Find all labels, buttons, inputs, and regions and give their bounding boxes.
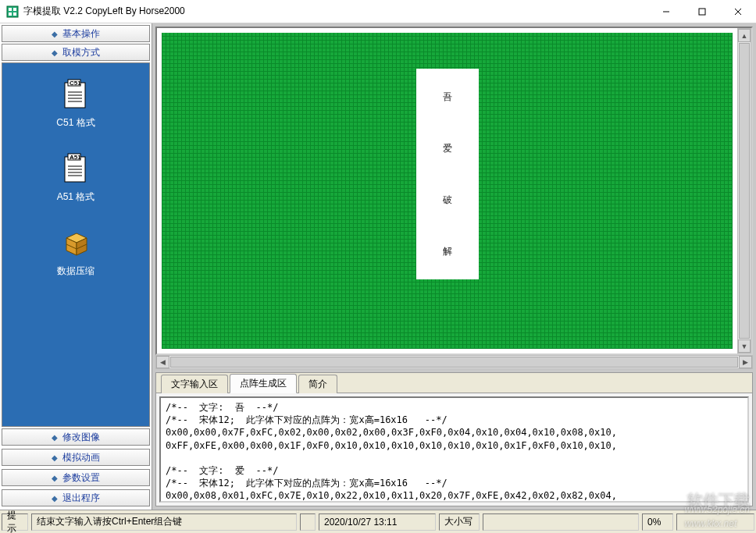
sidebar-footer-simulate[interactable]: ◆ 模拟动画 (2, 449, 150, 466)
sidebar-footer-exit[interactable]: ◆ 退出程序 (2, 489, 150, 506)
svg-rect-1 (9, 8, 12, 11)
workspace: 吾 爱 破 解 ▲ ▼ ◀ ▶ 文字输入区 点阵生成区 简介 (152, 23, 756, 510)
horizontal-scrollbar[interactable]: ◀ ▶ (155, 355, 753, 369)
svg-rect-3 (9, 12, 12, 16)
app-icon (6, 5, 19, 18)
sidebar-item-label: A51 格式 (57, 190, 95, 204)
glyph-column: 吾 爱 破 解 (416, 69, 479, 279)
diamond-icon: ◆ (52, 433, 58, 442)
cube-icon (60, 227, 91, 258)
file-c51-icon: C51 (62, 78, 90, 111)
sidebar-item-a51[interactable]: A51 A51 格式 (57, 151, 95, 204)
tab-row: 文字输入区 点阵生成区 简介 (156, 373, 752, 393)
output-textarea[interactable]: /*-- 文字: 吾 --*/ /*-- 宋体12; 此字体下对应的点阵为：宽x… (159, 396, 749, 503)
file-a51-icon: A51 (62, 152, 90, 185)
scroll-right-icon[interactable]: ▶ (739, 356, 752, 368)
sidebar-footer-params[interactable]: ◆ 参数设置 (2, 469, 150, 486)
sidebar-item-label: C51 格式 (56, 116, 94, 130)
sidebar-body: C51 C51 格式 A51 A51 (2, 62, 150, 427)
scroll-up-icon[interactable]: ▲ (738, 29, 751, 42)
sidebar-header-label: 取模方式 (62, 46, 100, 59)
sidebar-footer-edit-image[interactable]: ◆ 修改图像 (2, 428, 150, 446)
titlebar: 字模提取 V2.2 CopyLeft By Horse2000 (0, 0, 756, 23)
sidebar-item-c51[interactable]: C51 C51 格式 (56, 77, 94, 130)
close-button[interactable] (720, 0, 756, 23)
bottom-panel: 文字输入区 点阵生成区 简介 /*-- 文字: 吾 --*/ /*-- 宋体12… (155, 372, 753, 506)
diamond-icon: ◆ (52, 453, 58, 462)
sidebar-footer-label: 退出程序 (62, 492, 100, 505)
sidebar-header-label: 基本操作 (62, 27, 100, 41)
svg-rect-6 (699, 9, 705, 15)
diamond-icon: ◆ (52, 30, 58, 38)
svg-rect-4 (13, 12, 16, 16)
diamond-icon: ◆ (52, 48, 58, 57)
minimize-button[interactable] (648, 0, 684, 23)
status-spacer (676, 513, 754, 531)
vertical-scrollbar[interactable]: ▲ ▼ (737, 28, 751, 354)
sidebar-item-compress[interactable]: 数据压缩 (57, 226, 94, 278)
status-datetime: 2020/10/27 13:11 (319, 513, 436, 531)
statusbar: 提示 结束文字输入请按Ctrl+Enter组合键 2020/10/27 13:1… (0, 510, 756, 533)
maximize-button[interactable] (684, 0, 720, 23)
pixel-grid[interactable]: 吾 爱 破 解 (162, 33, 733, 349)
status-hint-label: 提示 (2, 513, 28, 531)
status-percent: 0% (642, 513, 673, 531)
diamond-icon: ◆ (52, 474, 58, 482)
tab-text-input[interactable]: 文字输入区 (161, 375, 228, 393)
canvas-frame[interactable]: 吾 爱 破 解 ▲ ▼ (155, 27, 753, 355)
scrollbar-thumb[interactable] (739, 43, 750, 339)
scroll-down-icon[interactable]: ▼ (738, 339, 751, 353)
status-caps: 大小写 (439, 513, 480, 531)
sidebar-header-basic[interactable]: ◆ 基本操作 (2, 25, 150, 42)
diamond-icon: ◆ (52, 494, 58, 503)
status-spacer (483, 513, 639, 531)
sidebar-header-mode[interactable]: ◆ 取模方式 (2, 44, 150, 61)
scroll-left-icon[interactable]: ◀ (156, 356, 169, 368)
svg-text:C51: C51 (70, 80, 81, 87)
svg-text:A51: A51 (70, 154, 81, 161)
sidebar: ◆ 基本操作 ◆ 取模方式 C51 C51 格式 (0, 23, 152, 510)
sidebar-footer-label: 参数设置 (62, 471, 100, 485)
glyph-cell[interactable]: 解 (423, 226, 472, 276)
tab-matrix-output[interactable]: 点阵生成区 (230, 374, 297, 393)
minimize-icon (662, 8, 670, 16)
status-spacer (300, 513, 316, 531)
tab-about[interactable]: 简介 (298, 375, 337, 393)
status-hint-text: 结束文字输入请按Ctrl+Enter组合键 (31, 513, 297, 531)
window-title: 字模提取 V2.2 CopyLeft By Horse2000 (23, 5, 648, 18)
glyph-cell[interactable]: 爱 (423, 123, 472, 173)
glyph-cell[interactable]: 吾 (423, 72, 472, 122)
maximize-icon (698, 8, 706, 16)
svg-rect-2 (13, 8, 16, 11)
glyph-cell[interactable]: 破 (423, 175, 472, 225)
sidebar-footer-label: 模拟动画 (62, 451, 100, 464)
scrollbar-thumb[interactable] (170, 357, 738, 368)
close-icon (734, 8, 742, 16)
sidebar-item-label: 数据压缩 (57, 265, 94, 278)
sidebar-footer-label: 修改图像 (62, 431, 100, 444)
